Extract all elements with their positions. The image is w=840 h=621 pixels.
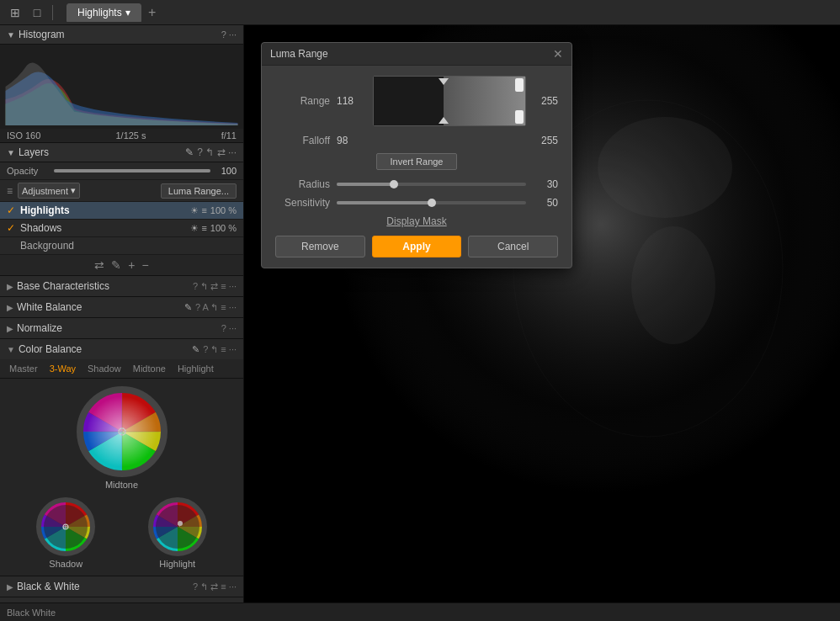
cb-header-icons: ? ↰ ≡ ···	[203, 344, 237, 355]
layer-shadows-sun-icon: ☀	[190, 223, 199, 234]
white-balance-header[interactable]: ▶ White Balance ✎ ? A ↰ ≡ ···	[0, 297, 243, 317]
histogram-chevron: ▼	[7, 30, 15, 40]
radius-fill	[337, 183, 394, 186]
black-white-section: ▶ Black & White ? ↰ ⇄ ≡ ···	[0, 576, 243, 597]
apply-button[interactable]: Apply	[372, 236, 462, 257]
adjustment-dropdown[interactable]: Adjustment ▾	[18, 183, 80, 199]
range-left-value: 118	[337, 95, 366, 107]
photo-background: Luma Range ✕ Range 118	[244, 25, 840, 602]
base-characteristics-section: ▶ Base Characteristics ? ↰ ⇄ ≡ ···	[0, 276, 243, 297]
wb-chevron: ▶	[7, 303, 13, 312]
cb-tab-master[interactable]: Master	[7, 363, 40, 374]
range-handle-bottom[interactable]	[439, 117, 449, 124]
histogram-section-header[interactable]: ▼ Histogram ? ···	[0, 25, 243, 45]
tab-highlights[interactable]: Highlights ▾	[66, 3, 141, 22]
sensitivity-fill	[337, 201, 432, 204]
layer-item-background[interactable]: Background	[0, 237, 243, 255]
layer-shadows-percent: 100 %	[210, 223, 237, 233]
display-mask-link[interactable]: Display Mask	[386, 215, 446, 227]
tab-dropdown-icon: ▾	[125, 7, 130, 19]
range-label: Range	[275, 95, 330, 107]
layer-tool-add[interactable]: +	[128, 258, 135, 272]
main-area: ▼ Histogram ? ···	[0, 25, 840, 602]
normalize-title: Normalize	[17, 322, 218, 334]
histogram-header-icons: ? ···	[221, 29, 237, 40]
normalize-header-icons: ? ···	[221, 323, 237, 333]
sensitivity-slider[interactable]	[337, 201, 526, 204]
cancel-button[interactable]: Cancel	[468, 236, 558, 257]
base-title: Base Characteristics	[17, 280, 189, 292]
falloff-row: Falloff 98 255	[275, 135, 558, 146]
cb-tab-shadow[interactable]: Shadow	[85, 363, 124, 374]
status-text: Black White	[7, 608, 56, 618]
white-balance-section: ▶ White Balance ✎ ? A ↰ ≡ ···	[0, 297, 243, 318]
layer-highlights-name: Highlights	[20, 204, 187, 216]
opacity-slider-fill	[54, 169, 210, 172]
base-characteristics-header[interactable]: ▶ Base Characteristics ? ↰ ⇄ ≡ ···	[0, 276, 243, 296]
layer-item-shadows[interactable]: ✓ Shadows ☀ ≡ 100 %	[0, 220, 243, 237]
main-wheel-label: Midtone	[76, 480, 168, 490]
layer-highlights-check: ✓	[7, 204, 17, 216]
shadow-wheel-label: Shadow	[49, 559, 82, 569]
color-balance-header[interactable]: ▼ Color Balance ✎ ? ↰ ≡ ···	[0, 339, 243, 359]
layers-chevron: ▼	[7, 148, 15, 157]
color-balance-tabs: Master 3-Way Shadow Midtone Highlight	[0, 359, 243, 379]
dialog-content: Range 118	[262, 66, 572, 268]
content-area: Luma Range ✕ Range 118	[244, 25, 840, 602]
sensitivity-thumb	[428, 199, 436, 207]
cb-tab-highlight[interactable]: Highlight	[175, 363, 216, 374]
sensitivity-label: Sensitivity	[275, 197, 330, 209]
layer-item-highlights[interactable]: ✓ Highlights ☀ ≡ 100 %	[0, 202, 243, 220]
dialog-title: Luma Range	[270, 48, 553, 60]
range-visualizer[interactable]	[373, 76, 526, 126]
layer-tool-remove[interactable]: −	[142, 258, 149, 272]
cb-tab-midtone[interactable]: Midtone	[130, 363, 168, 374]
layer-shadows-adjust-icon: ≡	[201, 223, 206, 233]
opacity-value: 100	[215, 166, 237, 176]
toolbar-icon-grid[interactable]: ⊞	[7, 4, 24, 21]
shadow-wheel[interactable]	[35, 496, 96, 557]
black-white-header[interactable]: ▶ Black & White ? ↰ ⇄ ≡ ···	[0, 576, 243, 597]
layer-tools: ⇄ ✎ + −	[0, 255, 243, 276]
highlight-wheel-label: Highlight	[159, 559, 195, 569]
opacity-slider[interactable]	[54, 169, 210, 172]
layer-highlights-sun-icon: ☀	[190, 205, 199, 216]
histogram-iso: ISO 160	[7, 130, 40, 141]
histogram-svg	[3, 48, 240, 125]
adjustment-row: ≡ Adjustment ▾ Luma Range...	[0, 180, 243, 202]
layer-shadows-name: Shadows	[20, 222, 187, 234]
invert-range-button[interactable]: Invert Range	[376, 153, 458, 170]
layer-tool-brush[interactable]: ✎	[111, 258, 121, 272]
layer-shadows-icons: ☀ ≡	[190, 223, 206, 234]
layer-background-name: Background	[20, 240, 74, 252]
bw-chevron: ▶	[7, 582, 13, 592]
layers-header[interactable]: ▼ Layers ✎ ? ↰ ⇄ ···	[0, 143, 243, 162]
normalize-section: ▶ Normalize ? ···	[0, 318, 243, 339]
tab-add-button[interactable]: +	[143, 3, 162, 22]
range-handle-bottom-right[interactable]	[515, 110, 524, 124]
range-row: Range 118	[275, 76, 558, 126]
left-panel: ▼ Histogram ? ···	[0, 25, 244, 602]
range-handle-top[interactable]	[439, 78, 449, 85]
dialog-overlay: Luma Range ✕ Range 118	[244, 25, 840, 602]
toolbar-icon-square[interactable]: □	[29, 4, 45, 21]
cb-tab-3way[interactable]: 3-Way	[47, 363, 78, 374]
display-mask-row: Display Mask	[275, 215, 558, 227]
small-wheels-row: Shadow	[7, 496, 237, 569]
opacity-label: Opacity	[7, 166, 49, 176]
adjustment-icon: ≡	[7, 185, 13, 197]
highlight-wheel[interactable]	[147, 496, 208, 557]
luma-range-button[interactable]: Luma Range...	[161, 183, 237, 199]
layer-highlights-percent: 100 %	[210, 205, 237, 215]
dialog-buttons: Remove Apply Cancel	[275, 236, 558, 257]
remove-button[interactable]: Remove	[275, 236, 365, 257]
color-balance-section: ▼ Color Balance ✎ ? ↰ ≡ ··· Master 3-Way…	[0, 339, 243, 576]
radius-slider[interactable]	[337, 183, 526, 186]
status-bar: Black White	[0, 602, 840, 621]
normalize-header[interactable]: ▶ Normalize ? ···	[0, 318, 243, 338]
dialog-close-button[interactable]: ✕	[553, 48, 563, 60]
range-handle-top-right[interactable]	[515, 78, 524, 92]
midtone-wheel[interactable]	[76, 385, 168, 478]
tab-bar: Highlights ▾ +	[66, 3, 162, 22]
layer-tool-move[interactable]: ⇄	[94, 258, 104, 272]
